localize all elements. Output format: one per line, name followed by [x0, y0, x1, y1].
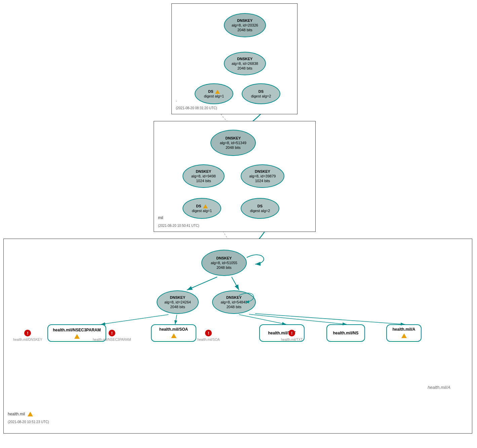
a-rect-node: health.mil/A — [386, 324, 422, 342]
health-zsk1-node: DNSKEY alg=8, id=24264 2048 bits — [157, 290, 199, 314]
txt-error-badge: ! — [288, 330, 295, 336]
txt-sublabel-group: ! health.mil/TXT — [281, 330, 303, 341]
root-zsk-bits: 2048 bits — [237, 66, 252, 71]
svg-line-18 — [187, 277, 217, 290]
soa-rect-node: health.mil/SOA — [151, 324, 196, 342]
root-ds1-node: DS digest alg=1 — [195, 83, 233, 104]
mil-ksk-sub: alg=8, id=51349 — [220, 140, 246, 145]
root-ds2-sub: digest alg=2 — [251, 94, 271, 98]
ns-label: health.mil/NS — [333, 330, 358, 336]
health-zsk2-node: DNSKEY alg=8, id=54843 2048 bits — [212, 290, 256, 314]
ns-rect-node: health.mil/NS — [326, 324, 365, 342]
health-zsk2-sub: alg=8, id=54843 — [221, 300, 247, 304]
root-ds2-node: DS digest alg=2 — [242, 83, 280, 104]
root-zone-box: DNSKEY alg=8, id=20326 2048 bits DNSKEY … — [171, 3, 297, 114]
mil-ksk-node: DNSKEY alg=8, id=51349 2048 bits — [210, 130, 256, 156]
svg-line-19 — [232, 277, 239, 290]
health-ksk-label: DNSKEY — [216, 256, 232, 260]
a-label: health.mil/A — [392, 327, 415, 332]
root-ds2-label: DS — [259, 89, 264, 94]
root-ds1-warning — [215, 90, 220, 94]
a-warning-icon — [401, 333, 407, 338]
mil-zone-label: mil — [158, 215, 163, 220]
root-ksk-node: DNSKEY alg=8, id=20326 2048 bits — [224, 13, 266, 37]
soa-warning-icon — [171, 333, 176, 338]
svg-line-24 — [255, 314, 405, 324]
mil-ds2-label: DS — [257, 204, 263, 208]
mil-zsk2-sub: alg=8, id=39879 — [249, 174, 276, 178]
root-ksk-label: DNSKEY — [237, 18, 253, 23]
health-ksk-node: DNSKEY alg=8, id=51055 2048 bits — [201, 250, 247, 276]
mil-zsk2-label: DNSKEY — [255, 169, 270, 174]
nsec3param-warning-icon — [74, 334, 80, 339]
mil-ds1-sub: digest alg=1 — [192, 208, 212, 213]
soa-label: health.mil/SOA — [159, 327, 188, 332]
root-ksk-sub: alg=8, id=20326 — [232, 23, 258, 28]
health-dnskey-label: health.mil/DNSKEY — [13, 338, 42, 341]
root-zsk-label: DNSKEY — [237, 56, 253, 61]
mil-zsk2-bits: 1024 bits — [255, 178, 270, 183]
mil-zsk1-sub: alg=8, id=9498 — [191, 174, 216, 178]
diagram-container: DNSKEY alg=8, id=20326 2048 bits DNSKEY … — [0, 0, 477, 448]
health-zone-label: health.mil — [8, 412, 33, 416]
soa-error-badge: ! — [205, 330, 212, 336]
svg-line-22 — [239, 315, 286, 324]
root-ds1-sub: digest alg=1 — [204, 94, 224, 98]
mil-ds1-node: DS digest alg=1 — [183, 198, 221, 219]
nsec3param-sublabel-group: ! health.mil/NSEC3PARAM — [93, 330, 131, 341]
mil-ds2-sub: digest alg=2 — [250, 208, 270, 213]
root-zone-dot-label: . — [176, 98, 177, 103]
health-ksk-bits: 2048 bits — [216, 265, 232, 270]
health-mil-zone-box: DNSKEY alg=8, id=51055 2048 bits DNSKEY … — [3, 239, 472, 434]
health-zsk2-label: DNSKEY — [226, 295, 242, 300]
svg-line-23 — [249, 314, 347, 324]
mil-zsk1-node: DNSKEY alg=8, id=9498 1024 bits — [183, 164, 225, 188]
nsec3param-error-badge: ! — [109, 330, 115, 336]
mil-zsk1-label: DNSKEY — [196, 169, 211, 174]
health-zsk1-sub: alg=8, id=24264 — [164, 300, 191, 304]
health-mil-a-corner-label: health.mil/A — [428, 385, 450, 390]
mil-ds1-label: DS — [196, 204, 207, 208]
mil-ds1-warning — [203, 204, 208, 208]
mil-ksk-label: DNSKEY — [226, 136, 241, 140]
mil-ds2-node: DS digest alg=2 — [241, 198, 279, 219]
mil-zone-timestamp: (2021-08-20 10:50:41 UTC) — [158, 224, 199, 228]
root-ds1-label: DS — [208, 89, 220, 94]
mil-zsk2-node: DNSKEY alg=8, id=39879 1024 bits — [241, 164, 284, 188]
health-dnskey-error-badge: ! — [24, 330, 31, 336]
soa-sublabel-group: ! health.mil/SOA — [197, 330, 220, 341]
mil-zsk1-bits: 1024 bits — [196, 178, 211, 183]
nsec3param-sublabel: health.mil/NSEC3PARAM — [93, 338, 131, 341]
health-zsk2-bits: 2048 bits — [227, 304, 242, 309]
soa-sublabel: health.mil/SOA — [197, 338, 220, 341]
health-ksk-sub: alg=8, id=51055 — [211, 260, 237, 265]
root-ksk-bits: 2048 bits — [237, 28, 252, 32]
mil-ksk-bits: 2048 bits — [226, 145, 241, 150]
root-zone-timestamp: (2021-08-20 08:31:20 UTC) — [176, 106, 217, 110]
health-zone-timestamp: (2021-08-20 10:51:23 UTC) — [8, 420, 49, 424]
health-zone-warning — [28, 412, 33, 416]
health-zsk1-label: DNSKEY — [170, 295, 186, 300]
mil-zone-box: DNSKEY alg=8, id=51349 2048 bits DNSKEY … — [154, 121, 316, 232]
health-dnskey-label-group: ! health.mil/DNSKEY — [13, 330, 42, 341]
health-zsk1-bits: 2048 bits — [170, 304, 185, 309]
txt-sublabel: health.mil/TXT — [281, 338, 303, 341]
root-zsk-node: DNSKEY alg=8, id=26838 2048 bits — [224, 52, 266, 75]
svg-line-21 — [175, 315, 177, 324]
svg-line-20 — [101, 315, 168, 324]
root-zsk-sub: alg=8, id=26838 — [232, 61, 258, 66]
